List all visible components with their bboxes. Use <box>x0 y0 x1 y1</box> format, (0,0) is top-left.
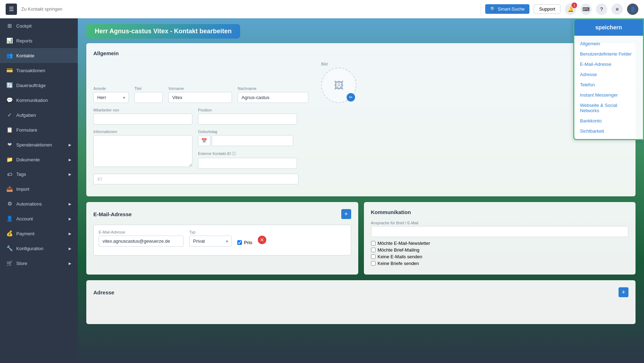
avatar[interactable]: 👤 <box>627 4 638 15</box>
brief-mailing-checkbox[interactable] <box>371 248 376 252</box>
anrede-label: Anrede <box>93 86 129 91</box>
delete-email-button[interactable]: ✕ <box>258 236 266 244</box>
allgemein-title: Allgemein <box>93 50 119 56</box>
sidebar-item-kontakte[interactable]: 👥 Kontakte <box>0 48 78 63</box>
email-address-label: E-Mail-Adresse <box>99 230 184 234</box>
sidebar-item-dokumente[interactable]: 📁 Dokumente ▶ <box>0 152 78 167</box>
form-row-3: Informationen Geburtstag 📅 <box>93 129 628 169</box>
geburtstag-label: Geburtstag <box>198 129 297 134</box>
adresse-section: Adresse + <box>86 280 636 324</box>
topbar-right: Support 🔔 1 ⌨ ? ≡ 👤 <box>534 4 638 15</box>
tag-input-container[interactable]: 🏷 <box>93 174 298 184</box>
keine-emails-checkbox[interactable] <box>371 254 376 259</box>
sidebar-item-transaktionen[interactable]: 💳 Transaktionen <box>0 63 78 78</box>
sidebar-item-kommunikation[interactable]: 💬 Kommunikation <box>0 93 78 108</box>
nav-link-sichtbarkeit[interactable]: Sichtbarkeit <box>574 126 643 136</box>
kommunikation-title: Kommunikation <box>371 209 411 215</box>
sidebar-item-import[interactable]: 📥 Import <box>0 182 78 196</box>
sidebar-label-store: Store <box>16 261 65 266</box>
externe-id-label: Externe Kontakt-ID ⓘ <box>198 151 297 156</box>
vorname-input[interactable] <box>168 92 232 103</box>
nachname-input[interactable] <box>238 92 308 103</box>
sidebar-item-dauerauftraege[interactable]: 🔄 Daueraufträge <box>0 78 78 93</box>
layout: ⊞ Cockpit 📊 Reports 👥 Kontakte 💳 Transak… <box>0 18 644 363</box>
sidebar-label-kommunikation: Kommunikation <box>16 98 71 103</box>
spendenaktionen-arrow: ▶ <box>69 143 71 147</box>
add-adresse-button[interactable]: + <box>619 287 628 297</box>
sidebar-item-store[interactable]: 🛒 Store ▶ <box>0 256 78 271</box>
image-upload[interactable]: 🖼 ✏ <box>321 68 356 103</box>
email-address-input[interactable] <box>99 236 184 247</box>
sidebar-item-reports[interactable]: 📊 Reports <box>0 33 78 48</box>
anrede-group: Anrede Herr Frau Divers ▼ <box>93 86 129 103</box>
add-email-button[interactable]: + <box>341 209 351 219</box>
notifications-icon[interactable]: 🔔 1 <box>565 4 576 15</box>
sidebar-item-account[interactable]: 👤 Account ▶ <box>0 211 78 226</box>
newsletter-checkbox[interactable] <box>371 241 376 246</box>
nav-link-benutzerdefinierte[interactable]: Benutzerdefinierte Felder <box>574 49 643 59</box>
sidebar-item-tags[interactable]: 🏷 Tags ▶ <box>0 167 78 182</box>
content-wrapper: Herr Agnus-castus Vitex - Kontakt bearbe… <box>78 18 644 335</box>
konfiguration-arrow: ▶ <box>69 247 71 250</box>
topbar: ☰ 🔍 Smart-Suche Support 🔔 1 ⌨ ? ≡ 👤 <box>0 0 644 18</box>
dokumente-arrow: ▶ <box>69 158 71 162</box>
notification-badge: 1 <box>572 2 577 8</box>
sidebar-item-spendenaktionen[interactable]: ❤ Spendenaktionen ▶ <box>0 137 78 152</box>
position-input[interactable] <box>198 114 297 125</box>
geburtstag-input[interactable] <box>212 135 293 146</box>
email-inner-card: E-Mail-Adresse Typ Privat Geschäftlich <box>93 225 351 255</box>
nav-link-allgemein[interactable]: Allgemein <box>574 39 643 49</box>
nav-link-bankkonto[interactable]: Bankkonto <box>574 116 643 126</box>
tag-input[interactable] <box>105 177 295 182</box>
import-icon: 📥 <box>6 186 13 192</box>
reports-icon: 📊 <box>6 38 13 44</box>
konfiguration-icon: 🔧 <box>6 245 13 252</box>
brief-mailing-label: Möchte Brief-Mailing <box>378 247 420 253</box>
keine-briefe-checkbox[interactable] <box>371 261 376 266</box>
nav-link-adresse[interactable]: Adresse <box>574 69 643 80</box>
anrede-select[interactable]: Herr Frau Divers <box>93 92 129 103</box>
mitarbeiter-input[interactable] <box>93 114 192 125</box>
calendar-button[interactable]: 📅 <box>198 135 210 146</box>
brief-mailing-checkbox-row: Möchte Brief-Mailing <box>371 247 629 253</box>
transaktionen-icon: 💳 <box>6 67 13 74</box>
smart-search-button[interactable]: 🔍 Smart-Suche <box>485 4 530 14</box>
search-input[interactable] <box>21 6 476 12</box>
payment-arrow: ▶ <box>69 232 71 236</box>
help-icon[interactable]: ? <box>596 4 607 15</box>
keine-emails-label: Keine E-Mails senden <box>378 254 422 259</box>
sidebar-item-aufgaben[interactable]: ✓ Aufgaben <box>0 108 78 122</box>
nachname-label: Nachname <box>238 86 308 91</box>
image-edit-button[interactable]: ✏ <box>347 93 355 102</box>
nav-link-email[interactable]: E-Mail-Adresse <box>574 59 643 69</box>
aufgaben-icon: ✓ <box>6 112 13 118</box>
externe-id-input[interactable] <box>198 158 297 169</box>
tag-icon: 🏷 <box>97 176 102 182</box>
externe-id-group: Externe Kontakt-ID ⓘ <box>198 151 297 169</box>
email-typ-select[interactable]: Privat Geschäftlich Sonstige <box>189 236 232 247</box>
sidebar-item-automations[interactable]: ⚙ Automations ▶ <box>0 196 78 211</box>
mitarbeiter-label: Mitarbeiter von <box>93 108 192 112</box>
bild-group: Bild 🖼 ✏ <box>321 62 356 103</box>
sidebar-item-konfiguration[interactable]: 🔧 Konfiguration ▶ <box>0 241 78 256</box>
sidebar-item-formulare[interactable]: 📋 Formulare <box>0 122 78 137</box>
sidebar-item-cockpit[interactable]: ⊞ Cockpit <box>0 18 78 33</box>
allgemein-header: Allgemein <box>93 50 628 56</box>
position-group: Position <box>198 108 297 125</box>
nav-link-telefon[interactable]: Telefon <box>574 80 643 90</box>
ansprache-input[interactable] <box>371 226 629 237</box>
informationen-textarea[interactable] <box>93 135 192 167</box>
sidebar-item-payment[interactable]: 💰 Payment ▶ <box>0 226 78 241</box>
titel-input[interactable] <box>134 92 163 103</box>
email-section-header: E-Mail-Adresse + <box>93 209 351 219</box>
tags-arrow: ▶ <box>69 172 71 176</box>
save-button[interactable]: speichern <box>574 19 643 36</box>
nav-link-instant[interactable]: Instant Messenger <box>574 90 643 100</box>
keyboard-icon[interactable]: ⌨ <box>580 4 592 15</box>
menu-icon[interactable]: ≡ <box>611 4 623 15</box>
prio-checkbox[interactable] <box>237 240 242 245</box>
support-button[interactable]: Support <box>534 4 561 14</box>
nav-link-webseite[interactable]: Webseite & Social Networks <box>574 100 643 116</box>
menu-toggle[interactable]: ☰ <box>6 4 17 15</box>
sidebar-label-formulare: Formulare <box>16 127 71 133</box>
